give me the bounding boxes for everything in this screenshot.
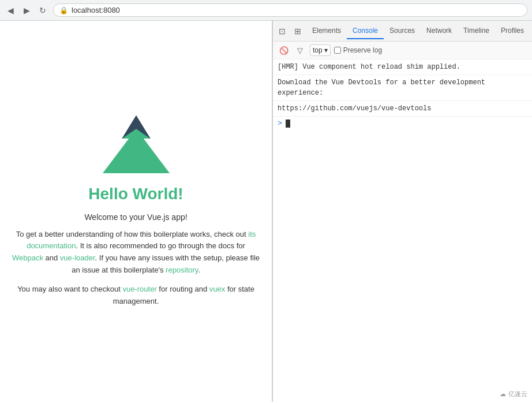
preserve-log-label[interactable]: Preserve log [334,46,382,54]
webpack-link[interactable]: Webpack [12,253,43,262]
filter-icon[interactable]: ▽ [294,44,306,57]
docs-link[interactable]: its documentation [27,230,256,251]
context-label: top [313,46,323,54]
browser-chrome: ◀ ▶ ↻ 🔒 localhost:8080 [0,0,532,21]
browser-toolbar: ◀ ▶ ↻ 🔒 localhost:8080 [0,0,532,20]
clear-console-button[interactable]: 🚫 [278,44,290,57]
context-selector[interactable]: top ▾ [310,44,331,56]
watermark-icon: ☁ [500,390,506,398]
console-message-3: https://github.com/vuejs/vue-devtools [273,101,532,117]
forward-button[interactable]: ▶ [21,5,32,16]
tab-sources[interactable]: Sources [384,23,421,39]
vue-router-link[interactable]: vue-router [123,285,157,293]
vue-logo [102,115,171,173]
back-button[interactable]: ◀ [5,5,16,16]
refresh-button[interactable]: ↻ [37,5,48,16]
console-message-1: [HMR] Vue component hot reload shim appl… [273,59,532,75]
console-input-row[interactable]: > [273,117,532,130]
console-toolbar: 🚫 ▽ top ▾ Preserve log [273,42,532,59]
devtools-tabs: ⊡ ⊞ Elements Console Sources Network Tim… [273,21,532,42]
tab-timeline[interactable]: Timeline [458,23,495,39]
vuex-link[interactable]: vuex [209,285,225,293]
console-message-2: Download the Vue Devtools for a better d… [273,75,532,101]
devtools-dock-icon[interactable]: ⊡ [275,24,290,39]
watermark: ☁ 亿速云 [500,390,527,398]
main-area: Hello World! Welcome to your Vue.js app!… [0,21,532,402]
tab-network[interactable]: Network [421,23,458,39]
console-cursor [286,120,290,128]
tab-profiles[interactable]: Profiles [495,23,530,39]
extra-text: You may also want to checkout vue-router… [12,283,260,308]
page-content: Hello World! Welcome to your Vue.js app!… [0,21,272,402]
context-dropdown-arrow: ▾ [324,46,328,54]
vue-loader-link[interactable]: vue-loader [60,253,95,262]
preserve-log-text: Preserve log [343,46,382,54]
description-text: To get a better understanding of how thi… [12,229,260,277]
console-output: [HMR] Vue component hot reload shim appl… [273,59,532,402]
preserve-log-checkbox[interactable] [334,47,341,54]
lock-icon: 🔒 [59,6,68,14]
repository-link[interactable]: repository [166,266,198,274]
welcome-text: Welcome to your Vue.js app! [84,212,187,222]
tab-elements[interactable]: Elements [306,23,347,39]
devtools-popout-icon[interactable]: ⊞ [291,24,305,39]
address-bar[interactable]: 🔒 localhost:8080 [53,3,527,17]
tab-console[interactable]: Console [347,23,384,39]
watermark-text: 亿速云 [508,390,527,398]
address-text: localhost:8080 [72,6,120,14]
console-prompt: > [278,119,282,128]
hello-world-heading: Hello World! [88,185,183,203]
devtools-panel: ⊡ ⊞ Elements Console Sources Network Tim… [272,21,532,402]
